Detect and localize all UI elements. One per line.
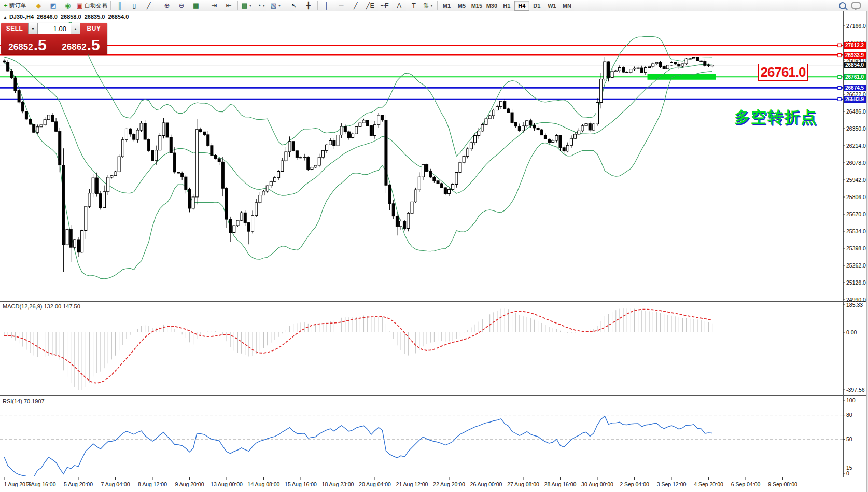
tab-timeframe-mn[interactable]: MN bbox=[559, 1, 575, 11]
sell-price[interactable]: 26852.5 bbox=[1, 34, 54, 54]
candle-body bbox=[670, 63, 673, 65]
ohlc-high: 26858.0 bbox=[61, 13, 81, 20]
candle-body bbox=[388, 185, 391, 204]
chart-canvas[interactable]: 27166.027030.026894.026758.026622.026486… bbox=[0, 0, 868, 492]
tab-timeframe-m15[interactable]: M15 bbox=[469, 1, 484, 11]
arrows-tool-icon[interactable]: ⇅▼ bbox=[421, 0, 436, 11]
candle-body bbox=[440, 184, 443, 188]
horizontal-line-tool-icon[interactable]: ─ bbox=[334, 0, 348, 11]
search-icon[interactable] bbox=[839, 2, 846, 9]
new-chart-icon: ▤ bbox=[241, 2, 247, 9]
buy-price[interactable]: 26862.5 bbox=[54, 34, 107, 54]
bar-chart-mode-icon: ║ bbox=[117, 2, 122, 9]
candle-body bbox=[21, 102, 24, 111]
candle-body bbox=[533, 125, 536, 128]
candlestick-mode-icon: ▯ bbox=[132, 2, 136, 9]
candle-body bbox=[488, 116, 491, 119]
candle-body bbox=[95, 178, 98, 194]
time-axis-label: 2 Sep 04:00 bbox=[620, 481, 649, 487]
candle-body bbox=[233, 226, 235, 233]
rsi-line bbox=[4, 416, 712, 477]
new-order-button[interactable]: +新订单 bbox=[2, 0, 28, 11]
tab-timeframe-m30[interactable]: M30 bbox=[484, 1, 499, 11]
candle-body bbox=[537, 128, 539, 130]
toolbar-separator bbox=[237, 1, 238, 10]
candle-body bbox=[192, 197, 194, 208]
tile-windows-icon[interactable]: ▦ bbox=[189, 0, 203, 11]
candle-body bbox=[552, 140, 554, 142]
line-anchor-marker bbox=[838, 75, 841, 78]
time-axis-label: 9 Sep 08:00 bbox=[768, 481, 797, 487]
candle-body bbox=[321, 150, 324, 157]
chat-icon[interactable] bbox=[851, 2, 861, 9]
tab-timeframe-m5[interactable]: M5 bbox=[454, 1, 469, 11]
sell-button[interactable]: SELL bbox=[1, 23, 28, 34]
fibonacci-tool-icon: ┄F bbox=[381, 2, 389, 9]
crosshair-icon[interactable]: ╋ bbox=[301, 0, 316, 11]
candle-body bbox=[444, 188, 446, 194]
auto-trading-button[interactable]: ▣自动交易 bbox=[75, 0, 109, 11]
new-chart-icon[interactable]: ▤▼ bbox=[240, 0, 254, 11]
chart-shift-icon[interactable]: ⇤ bbox=[221, 0, 236, 11]
tab-timeframe-m1[interactable]: M1 bbox=[439, 1, 454, 11]
candle-body bbox=[259, 195, 261, 203]
toolbar-separator bbox=[317, 1, 318, 10]
candle-body bbox=[121, 140, 124, 157]
zoom-in-icon[interactable]: ⊕ bbox=[160, 0, 174, 11]
fibonacci-tool-icon[interactable]: ┄F bbox=[377, 0, 392, 11]
bar-chart-mode-icon[interactable]: ║ bbox=[113, 0, 127, 11]
volume-decrease-button[interactable]: ▼ bbox=[28, 23, 38, 34]
line-chart-mode-icon[interactable]: ╱ bbox=[142, 0, 156, 11]
macd-indicator-label: MACD(12,26,9) 132.00 147.50 bbox=[3, 303, 80, 310]
candle-body bbox=[418, 177, 421, 190]
price-tag: 26761.0 bbox=[844, 74, 866, 80]
buy-button[interactable]: BUY bbox=[80, 23, 107, 34]
candle-body bbox=[470, 143, 472, 149]
candle-body bbox=[589, 124, 591, 130]
tab-timeframe-h1[interactable]: H1 bbox=[499, 1, 514, 11]
time-axis-label: 21 Aug 12:00 bbox=[396, 481, 428, 487]
candle-body bbox=[147, 139, 150, 150]
candle-body bbox=[40, 125, 43, 127]
toolbar-separator bbox=[285, 1, 285, 10]
candle-body bbox=[585, 124, 587, 126]
auto-scroll-icon[interactable]: ⇥ bbox=[207, 0, 221, 11]
candlestick-mode-icon[interactable]: ▯ bbox=[127, 0, 142, 11]
tab-timeframe-h4[interactable]: H4 bbox=[514, 1, 529, 11]
candle-body bbox=[92, 178, 94, 193]
signals-icon[interactable]: ◉ bbox=[61, 0, 75, 11]
candle-body bbox=[155, 150, 158, 161]
candle-body bbox=[229, 219, 232, 232]
cursor-icon[interactable]: ↖ bbox=[287, 0, 301, 11]
chevron-down-icon: ▼ bbox=[430, 4, 433, 7]
candle-body bbox=[463, 156, 465, 162]
navigator-icon[interactable]: ◩ bbox=[46, 0, 61, 11]
text-tool-icon[interactable]: A bbox=[392, 0, 407, 11]
periodicity-icon[interactable]: ◔▼ bbox=[254, 0, 269, 11]
candle-body bbox=[273, 178, 276, 182]
metaeditor-icon[interactable]: ◆ bbox=[32, 0, 46, 11]
channel-tool-icon[interactable]: ╱E bbox=[363, 0, 377, 11]
time-axis-label: 8 Aug 12:00 bbox=[138, 481, 167, 487]
candle-body bbox=[166, 123, 169, 137]
tab-timeframe-w1[interactable]: W1 bbox=[544, 1, 559, 11]
candle-body bbox=[518, 126, 521, 131]
trendline-tool-icon[interactable]: ╱ bbox=[348, 0, 363, 11]
tab-timeframe-d1[interactable]: D1 bbox=[529, 1, 544, 11]
volume-input[interactable]: 1.00 bbox=[38, 23, 71, 34]
text-tool-icon: A bbox=[397, 2, 402, 9]
rsi-axis-label: 80 bbox=[846, 412, 852, 418]
price-tick-label: 26078.0 bbox=[846, 160, 866, 166]
volume-increase-button[interactable]: ▲ bbox=[71, 23, 80, 34]
collapse-arrow-icon[interactable]: ▲ bbox=[3, 15, 7, 20]
crosshair-icon: ╋ bbox=[306, 2, 311, 9]
candle-body bbox=[455, 172, 458, 184]
templates-icon[interactable]: ▧▼ bbox=[269, 0, 283, 11]
candle-body bbox=[73, 240, 76, 247]
zoom-out-icon[interactable]: ⊖ bbox=[174, 0, 189, 11]
candle-body bbox=[185, 177, 187, 189]
label-tool-icon[interactable]: T bbox=[407, 0, 421, 11]
vertical-line-tool-icon[interactable]: │ bbox=[319, 0, 334, 11]
signals-icon: ◉ bbox=[65, 2, 71, 9]
candle-body bbox=[555, 136, 558, 140]
